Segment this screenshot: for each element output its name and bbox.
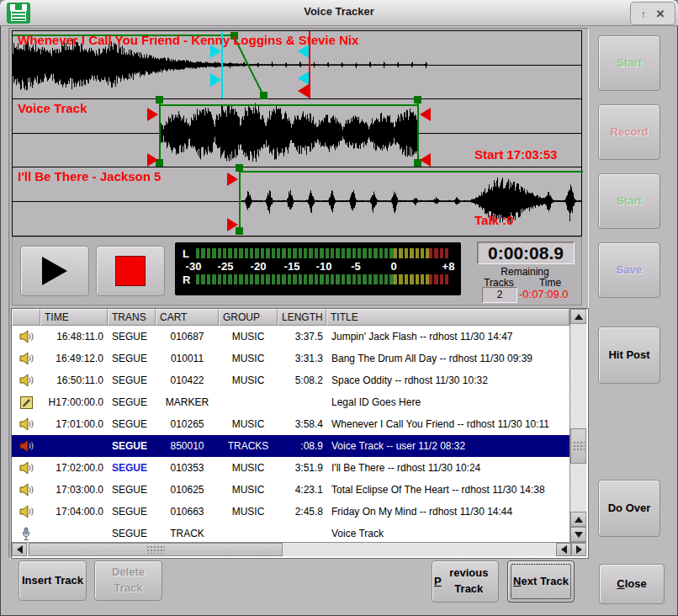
titlebar[interactable]: Voice Tracker ↑ ✕: [0, 0, 678, 26]
voice-start-arrow[interactable]: [147, 153, 158, 167]
elapsed-time-display: 0:00:08.9: [477, 242, 575, 264]
voice-start-arrow[interactable]: [147, 108, 158, 121]
scroll-up-button[interactable]: [570, 309, 586, 324]
close-window-button[interactable]: ✕: [656, 8, 665, 19]
cell-cart: MARKER: [156, 396, 219, 408]
cell-group: MUSIC: [219, 462, 278, 474]
record-button[interactable]: Record: [598, 104, 660, 160]
next-start-handle[interactable]: [236, 164, 243, 172]
cell-title: Bang The Drum All Day -- rdhost 11/30 09…: [326, 353, 569, 364]
play-icon: [42, 257, 67, 285]
cell-len: 2:45.8: [278, 506, 326, 518]
track-pane-next-event[interactable]: I'll Be There - Jackson 5 Talk :0: [13, 167, 581, 235]
log-row[interactable]: 17:01:00.0SEGUE010265MUSIC3:58.4Whenever…: [12, 413, 569, 435]
track-pane-voice-track[interactable]: Voice Track Start 17:03:53: [13, 99, 581, 167]
cell-len: 5:08.2: [278, 374, 326, 386]
track-pane-previous-event[interactable]: Whenever I Call You Friend - Kenny Loggi…: [13, 31, 581, 99]
log-row[interactable]: SEGUE850010TRACKS:08.9Voice Track -- use…: [12, 435, 569, 457]
cell-trans: SEGUE: [108, 528, 156, 539]
horizontal-scroll-thumb[interactable]: [29, 543, 283, 556]
voice-end-arrow[interactable]: [420, 153, 431, 167]
delete-track-button[interactable]: Delete Track: [94, 560, 162, 601]
scroll-down-button[interactable]: [570, 527, 586, 542]
cell-group: MUSIC: [219, 418, 278, 430]
cell-cart: 010663: [156, 506, 219, 518]
scroll-up-button-2[interactable]: [570, 512, 586, 527]
next-track-button[interactable]: Next Track: [507, 560, 575, 603]
next-start-arrow[interactable]: [227, 218, 238, 231]
voice-start-handle[interactable]: [156, 96, 163, 104]
log-row[interactable]: 17:02:00.0SEGUE010353MUSIC3:51.9I'll Be …: [12, 457, 569, 479]
voice-start-line[interactable]: [159, 99, 161, 167]
microphone-icon: [12, 527, 40, 541]
cell-title: I'll Be There -- rdhost 11/30 10:24: [326, 462, 569, 474]
talk-marker-arrow[interactable]: [210, 73, 221, 87]
voice-end-handle[interactable]: [414, 96, 421, 104]
meter-tick-+8: +8: [442, 260, 455, 273]
fade-handle[interactable]: [260, 92, 267, 99]
vertical-scroll-thumb[interactable]: [570, 428, 586, 464]
end-marker-arrow-red[interactable]: [298, 84, 309, 98]
horizontal-scrollbar[interactable]: [12, 542, 586, 556]
waveform-track-area: Whenever I Call You Friend - Kenny Loggi…: [12, 30, 582, 236]
log-list: TIMETRANSCARTGROUPLENGTHTITLE 16:48:11.0…: [11, 308, 589, 559]
speaker-icon: [12, 417, 40, 431]
log-row[interactable]: SEGUETRACKVoice Track: [12, 523, 569, 542]
voice-end-line[interactable]: [417, 99, 419, 167]
cell-title: Jumpin' Jack Flash -- rdhost 11/30 14:47: [326, 331, 569, 343]
play-button[interactable]: [20, 246, 89, 296]
cell-group: MUSIC: [219, 374, 278, 386]
column-header-LENGTH[interactable]: LENGTH: [278, 309, 326, 326]
track3-centerline: [13, 201, 581, 202]
shade-window-button[interactable]: ↑: [641, 8, 647, 19]
voice-end-arrow[interactable]: [420, 108, 431, 121]
start-next-button[interactable]: Start: [598, 173, 660, 229]
cell-title: Voice Track -- user 11/2 08:32: [326, 440, 569, 452]
cell-cart: 010353: [156, 462, 219, 474]
cell-group: MUSIC: [219, 331, 278, 343]
track2-title: Voice Track: [18, 101, 87, 115]
log-row[interactable]: H17:00:00.0SEGUEMARKERLegal ID Goes Here: [12, 391, 569, 413]
scroll-right-button[interactable]: [571, 543, 586, 556]
cell-time: H17:00:00.0: [40, 396, 108, 408]
track1-centerline: [13, 65, 581, 66]
stop-button[interactable]: [96, 246, 165, 296]
cell-time: 17:02:00.0: [40, 462, 108, 474]
track2-centerline: [13, 133, 581, 134]
column-header-TITLE[interactable]: TITLE: [326, 309, 569, 326]
save-button[interactable]: Save: [598, 242, 660, 298]
vertical-scrollbar[interactable]: [569, 309, 586, 542]
hit-post-button[interactable]: Hit Post: [598, 327, 660, 384]
next-start-arrow[interactable]: [227, 173, 238, 186]
column-header-TRANS[interactable]: TRANS: [108, 309, 156, 326]
meter-scale: -30-25-20-15-10-50+8: [175, 260, 461, 273]
column-header-icon[interactable]: [12, 309, 40, 326]
log-row[interactable]: 17:03:00.0SEGUE010625MUSIC4:23.1Total Ec…: [12, 479, 569, 501]
log-row[interactable]: 16:49:12.0SEGUE010011MUSIC3:31.3Bang The…: [12, 348, 569, 369]
speaker-icon: [12, 505, 40, 518]
cell-trans: SEGUE: [108, 418, 156, 430]
log-row[interactable]: 16:48:11.0SEGUE010687MUSIC3:37.5Jumpin' …: [12, 326, 569, 348]
column-header-TIME[interactable]: TIME: [40, 309, 108, 326]
cell-group: TRACKS: [219, 440, 278, 452]
end-marker-arrow[interactable]: [298, 72, 309, 85]
log-row[interactable]: 16:50:11.0SEGUE010422MUSIC5:08.2Space Od…: [12, 369, 569, 391]
do-over-button[interactable]: Do Over: [598, 480, 660, 537]
scroll-left-button[interactable]: [12, 543, 27, 556]
cell-cart: TRACK: [156, 528, 219, 539]
column-header-CART[interactable]: CART: [156, 309, 219, 326]
scroll-left-button-2[interactable]: [556, 543, 571, 556]
cell-trans: SEGUE: [108, 396, 156, 408]
cell-trans: SEGUE: [108, 331, 156, 343]
next-level-line: [239, 171, 583, 173]
next-start-line[interactable]: [239, 167, 241, 235]
insert-track-button[interactable]: Insert Track: [19, 560, 87, 601]
close-button[interactable]: Close: [599, 564, 665, 604]
meter-tick--25: -25: [218, 260, 234, 273]
previous-track-button[interactable]: Previous Track: [432, 560, 499, 603]
cell-time: 17:04:00.0: [40, 506, 108, 518]
column-header-GROUP[interactable]: GROUP: [219, 309, 278, 326]
cell-len: 4:23.1: [278, 484, 326, 496]
log-row[interactable]: 17:04:00.0SEGUE010663MUSIC2:45.8Friday O…: [12, 501, 569, 523]
start-previous-button[interactable]: Start: [598, 35, 660, 91]
